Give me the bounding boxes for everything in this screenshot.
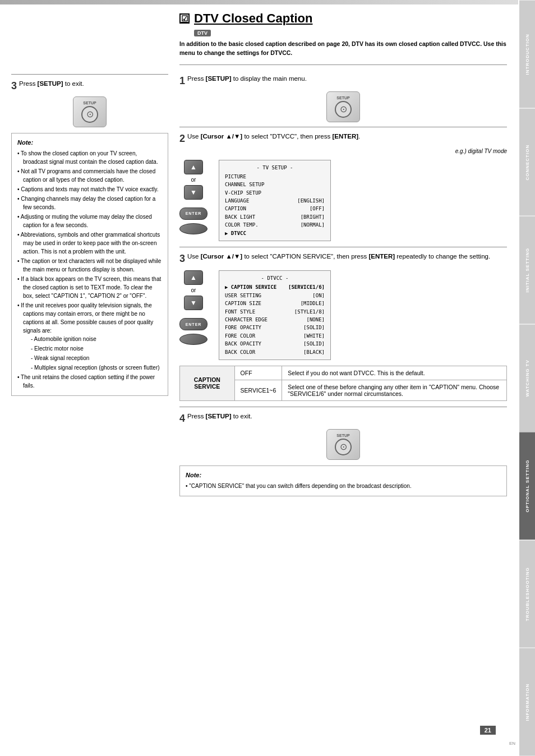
right-step1-header: 1 Press [SETUP] to display the main menu… bbox=[179, 75, 507, 87]
side-tabs: INTRODUCTION CONNECTION INITIAL SETTING … bbox=[519, 0, 535, 756]
note-sub-item: Automobile ignition noise bbox=[31, 335, 162, 343]
right-divider2 bbox=[179, 247, 507, 247]
caption-service-label: CAPTION SERVICE bbox=[180, 366, 235, 400]
right-step4-header: 4 Press [SETUP] to exit. bbox=[179, 413, 507, 425]
tab-optional-setting: OPTIONAL SETTING bbox=[519, 432, 535, 540]
left-note-list: To show the closed caption on your TV sc… bbox=[17, 149, 162, 390]
right-step2-text: Use [Cursor ▲/▼] to select "DTVCC", then… bbox=[187, 133, 360, 140]
tab-introduction: INTRODUCTION bbox=[519, 0, 535, 108]
menu-row: LANGUAGE[ENGLISH] bbox=[225, 197, 325, 205]
right-step1-text: Press [SETUP] to display the main menu. bbox=[187, 75, 307, 82]
menu-row: FORE COLOR[WHITE] bbox=[225, 332, 325, 340]
en-label: EN bbox=[509, 741, 515, 746]
tab-watching-tv: WATCHING TV bbox=[519, 324, 535, 432]
left-step3-num: 3 bbox=[11, 80, 17, 92]
right-step3-num: 3 bbox=[179, 253, 185, 265]
right-step2-num: 2 bbox=[179, 133, 185, 145]
step3-tv-menu: - DTVCC - ▶ CAPTION SERVICE[SERVICE1/6] … bbox=[219, 270, 331, 360]
right-step1-setup-icon: SETUP ⊙ bbox=[326, 91, 360, 122]
right-column: 1 Press [SETUP] to display the main menu… bbox=[179, 70, 507, 497]
tab-initial-setting: INITIAL SETTING bbox=[519, 216, 535, 324]
left-note-box: Note: To show the closed caption on your… bbox=[11, 133, 168, 397]
menu-row: CAPTION[OFF] bbox=[225, 205, 325, 213]
note-item: The caption or text characters will not … bbox=[17, 257, 162, 274]
right-divider3 bbox=[179, 407, 507, 407]
step2-remote-buttons: ▲ or ▼ ENTER bbox=[179, 160, 207, 234]
checkbox-icon: ☑ bbox=[179, 13, 190, 24]
left-step3-text: Press [SETUP] to exit. bbox=[19, 80, 84, 87]
left-divider bbox=[11, 74, 168, 75]
tab-information: INFORMATION bbox=[519, 648, 535, 756]
menu-row: CAPTION SIZE[MIDDLE] bbox=[225, 299, 325, 307]
tab-connection: CONNECTION bbox=[519, 108, 535, 216]
or-label: or bbox=[191, 177, 196, 183]
page-number-area: 21 EN bbox=[509, 741, 515, 746]
step2-tv-menu: - TV SETUP - PICTURE CHANNEL SETUP V-CHI… bbox=[219, 160, 331, 242]
left-setup-button-wrap: SETUP ⊙ bbox=[11, 96, 168, 127]
left-column: 3 Press [SETUP] to exit. SETUP ⊙ Note: T… bbox=[11, 70, 168, 497]
left-note-sublist: Automobile ignition noise Electric motor… bbox=[23, 335, 162, 372]
step3-remote-group: ▲ or ▼ ENTER - DTVCC - ▶ CAPTION SERVICE… bbox=[179, 270, 507, 360]
page-number: 21 bbox=[480, 726, 496, 735]
note-item: If the unit receives poor quality televi… bbox=[17, 301, 162, 372]
step3-menu-title: - DTVCC - bbox=[225, 274, 325, 282]
right-step2-header: 2 Use [Cursor ▲/▼] to select "DTVCC", th… bbox=[179, 133, 507, 145]
eg-text-step2: e.g.) digital TV mode bbox=[179, 148, 507, 154]
right-step4-setup-wrap: SETUP ⊙ bbox=[179, 429, 507, 460]
note-item: Adjusting or muting the volume may delay… bbox=[17, 213, 162, 229]
left-step3-header: 3 Press [SETUP] to exit. bbox=[11, 80, 168, 92]
step2-menu-title: - TV SETUP - bbox=[225, 164, 325, 172]
down-arrow-btn: ▼ bbox=[184, 185, 203, 200]
up-arrow-btn: ▲ bbox=[184, 160, 203, 174]
menu-row-caption-service: ▶ CAPTION SERVICE[SERVICE1/6] bbox=[225, 283, 325, 291]
step3-down-btn: ▼ bbox=[184, 296, 203, 310]
right-step4-text: Press [SETUP] to exit. bbox=[187, 413, 252, 420]
step3-remote-buttons: ▲ or ▼ ENTER bbox=[179, 270, 207, 345]
note-item: The unit retains the closed caption sett… bbox=[17, 373, 162, 390]
right-step4-num: 4 bbox=[179, 413, 185, 425]
note-item: Changing channels may delay the closed c… bbox=[17, 195, 162, 211]
note-sub-item: Weak signal reception bbox=[31, 354, 162, 362]
menu-row: BACK COLOR[BLACK] bbox=[225, 348, 325, 356]
section-title: ☑ DTV Closed Caption bbox=[179, 11, 507, 26]
right-note-item: "CAPTION SERVICE" that you can switch di… bbox=[186, 482, 501, 490]
right-step4-circle: ⊙ bbox=[335, 439, 352, 455]
menu-row: CHARACTER EDGE[NONE] bbox=[225, 316, 325, 324]
menu-row: BACK LIGHT[BRIGHT] bbox=[225, 213, 325, 221]
step3-enter-btn: ENTER bbox=[179, 318, 207, 330]
intro-divider bbox=[179, 64, 507, 65]
menu-row: BACK OPACITY[SOLID] bbox=[225, 340, 325, 348]
intro-text: In addition to the basic closed caption … bbox=[179, 40, 507, 58]
note-item: To show the closed caption on your TV sc… bbox=[17, 149, 162, 166]
menu-row: FORE OPACITY[SOLID] bbox=[225, 324, 325, 331]
note-item: Captions and texts may not match the TV … bbox=[17, 185, 162, 193]
enter-btn: ENTER bbox=[179, 208, 207, 220]
note-sub-item: Electric motor noise bbox=[31, 344, 162, 353]
left-setup-button-icon: SETUP ⊙ bbox=[73, 96, 107, 127]
right-step3-header: 3 Use [Cursor ▲/▼] to select "CAPTION SE… bbox=[179, 253, 507, 265]
note-item: Abbreviations, symbols and other grammat… bbox=[17, 231, 162, 256]
caption-off-desc: Select if you do not want DTVCC. This is… bbox=[282, 366, 507, 380]
caption-service1-6-desc: Select one of these before changing any … bbox=[282, 380, 507, 400]
step3-or-label: or bbox=[191, 287, 196, 293]
menu-row: V-CHIP SETUP bbox=[225, 189, 325, 197]
step3-up-btn: ▲ bbox=[184, 270, 203, 285]
right-note-title: Note: bbox=[186, 471, 501, 480]
left-setup-circle: ⊙ bbox=[81, 106, 98, 123]
menu-row-dtvcc: ▶ DTVCC bbox=[225, 229, 325, 237]
right-divider1 bbox=[179, 127, 507, 127]
step2-remote-group: ▲ or ▼ ENTER - TV SETUP - PICTURE CHANNE… bbox=[179, 160, 507, 242]
right-step3-text: Use [Cursor ▲/▼] to select "CAPTION SERV… bbox=[187, 253, 490, 260]
note-item: Not all TV programs and commercials have… bbox=[17, 167, 162, 184]
top-bar bbox=[0, 0, 518, 4]
note-item: If a black box appears on the TV screen,… bbox=[17, 275, 162, 300]
right-step1-circle: ⊙ bbox=[335, 101, 352, 118]
note-sub-item: Multiplex signal reception (ghosts or sc… bbox=[31, 363, 162, 372]
right-note-box: Note: "CAPTION SERVICE" that you can swi… bbox=[179, 465, 507, 497]
menu-row: CHANNEL SETUP bbox=[225, 181, 325, 188]
menu-row: COLOR TEMP.[NORMAL] bbox=[225, 221, 325, 229]
caption-service-table: CAPTION SERVICE OFF Select if you do not… bbox=[179, 366, 507, 401]
section-title-text: DTV Closed Caption bbox=[194, 11, 312, 26]
caption-service1-6-option: SERVICE1~6 bbox=[234, 380, 282, 400]
right-step1-setup-wrap: SETUP ⊙ bbox=[179, 91, 507, 122]
